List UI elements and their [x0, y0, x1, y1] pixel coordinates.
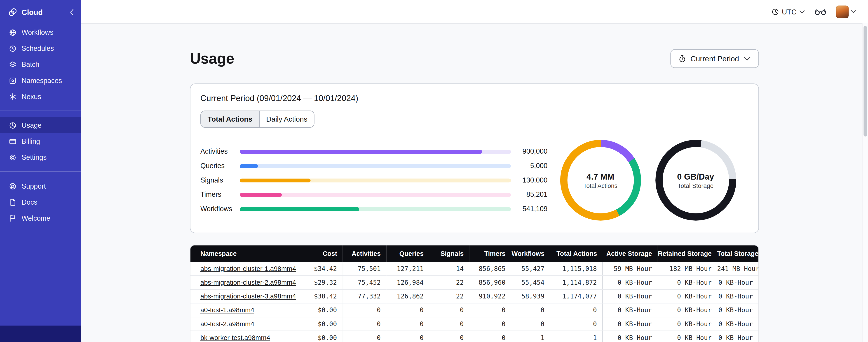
schedules-icon: [9, 44, 17, 52]
tab-daily-actions[interactable]: Daily Actions: [259, 111, 314, 127]
value-cell: 856,960: [469, 275, 511, 289]
sidebar-item-billing[interactable]: Billing: [0, 133, 81, 149]
period-selector-button[interactable]: Current Period: [671, 49, 759, 68]
namespace-link[interactable]: a0-test-2.a98mm4: [200, 320, 254, 328]
value-cell: 0: [429, 317, 469, 331]
value-cell: 0 KB-Hour: [658, 317, 717, 331]
donut-chart: 4.7 MMTotal Actions: [560, 140, 641, 220]
sidebar-nav: WorkflowsSchedulesBatchNamespacesNexusUs…: [0, 24, 81, 226]
namespace-link[interactable]: abs-migration-cluster-1.a98mm4: [200, 265, 296, 273]
value-cell: 126,862: [386, 289, 429, 303]
sidebar-item-namespaces[interactable]: Namespaces: [0, 72, 81, 89]
value-cell: 1: [511, 331, 550, 342]
page-header: Usage Current Period: [190, 49, 759, 68]
bar-fill: [240, 149, 482, 153]
bar-fill: [240, 193, 282, 197]
value-cell: 14: [429, 262, 469, 275]
value-cell: $34.42: [303, 262, 343, 275]
namespace-link[interactable]: a0-test-1.a98mm4: [200, 306, 254, 314]
sidebar-item-label: Nexus: [22, 93, 41, 100]
charts-row: Activities900,000Queries5,000Signals130,…: [200, 140, 748, 220]
page-title: Usage: [190, 50, 234, 67]
namespace-cell: abs-migration-cluster-3.a98mm4: [190, 289, 303, 303]
value-cell: 0 KB-Hour: [717, 289, 758, 303]
bar-label: Workflows: [200, 205, 240, 213]
usage-bar-row: Workflows541,109: [200, 205, 548, 213]
content: Usage Current Period Current Period (09/…: [190, 24, 759, 342]
value-cell: 0: [343, 317, 386, 331]
sidebar-item-welcome[interactable]: Welcome: [0, 210, 81, 226]
usage-bar-row: Timers85,201: [200, 191, 548, 198]
value-cell: $0.00: [303, 317, 343, 331]
table-row: abs-migration-cluster-2.a98mm4$29.3275,4…: [190, 275, 758, 289]
sidebar-item-docs[interactable]: Docs: [0, 194, 81, 210]
collapse-sidebar-icon[interactable]: [70, 9, 74, 15]
namespace-link[interactable]: abs-migration-cluster-2.a98mm4: [200, 279, 296, 286]
col-header-namespace: Namespace: [190, 245, 303, 262]
value-cell: 0: [343, 303, 386, 317]
sidebar-separator: [0, 110, 81, 111]
chevron-down-icon: [799, 10, 805, 13]
bar-track: [240, 193, 511, 197]
vertical-scrollbar[interactable]: [862, 23, 868, 342]
namespaces-icon: [9, 76, 17, 84]
col-header-cost: Cost: [303, 245, 343, 262]
namespace-cell: a0-test-2.a98mm4: [190, 317, 303, 331]
donut-chart: 0 GB/DayTotal Storage: [655, 140, 736, 220]
user-menu[interactable]: [836, 5, 856, 18]
sidebar-item-settings[interactable]: Settings: [0, 149, 81, 165]
value-cell: 0 KB-Hour: [602, 317, 657, 331]
sidebar-item-support[interactable]: Support: [0, 178, 81, 194]
sidebar-item-batch[interactable]: Batch: [0, 57, 81, 72]
usage-card: Current Period (09/01/2024 — 10/01/2024)…: [190, 83, 759, 233]
value-cell: $0.00: [303, 331, 343, 342]
user-avatar[interactable]: [836, 5, 848, 18]
value-cell: 59 MB-Hour: [602, 262, 657, 275]
namespace-cell: abs-migration-cluster-1.a98mm4: [190, 262, 303, 275]
namespace-link[interactable]: abs-migration-cluster-3.a98mm4: [200, 293, 296, 300]
table-row: abs-migration-cluster-3.a98mm4$38.4277,3…: [190, 289, 758, 303]
sidebar-item-label: Namespaces: [22, 76, 62, 84]
scrollbar-thumb[interactable]: [864, 26, 867, 136]
value-cell: 0 KB-Hour: [602, 275, 657, 289]
sidebar-item-usage[interactable]: Usage: [0, 117, 81, 133]
chevron-down-icon: [744, 55, 751, 63]
value-cell: 0 KB-Hour: [602, 303, 657, 317]
sidebar-item-schedules[interactable]: Schedules: [0, 40, 81, 57]
sidebar-item-nexus[interactable]: Nexus: [0, 89, 81, 104]
sidebar-separator: [0, 171, 81, 172]
value-cell: 0: [386, 317, 429, 331]
timer-icon: [679, 55, 686, 63]
table-row: bk-worker-test.a98mm4$0.000000110 KB-Hou…: [190, 331, 758, 342]
main-area: UTC Usage Current Period Current Period …: [81, 0, 868, 342]
sidebar-item-label: Welcome: [22, 214, 51, 222]
value-cell: 75,452: [343, 275, 386, 289]
value-cell: 241 MB-Hour: [717, 262, 758, 275]
sidebar-item-label: Settings: [22, 153, 47, 161]
timezone-selector[interactable]: UTC: [772, 7, 805, 16]
value-cell: 1: [550, 331, 602, 342]
namespace-cell: a0-test-1.a98mm4: [190, 303, 303, 317]
sidebar-item-workflows[interactable]: Workflows: [0, 24, 81, 40]
col-header-queries: Queries: [386, 245, 429, 262]
value-cell: 0 KB-Hour: [717, 275, 758, 289]
bar-track: [240, 164, 511, 168]
value-cell: 0 KB-Hour: [658, 289, 717, 303]
bar-label: Queries: [200, 162, 240, 170]
col-header-signals: Signals: [429, 245, 469, 262]
namespace-link[interactable]: bk-worker-test.a98mm4: [200, 334, 270, 342]
bar-value: 900,000: [511, 147, 548, 155]
sidebar-brand[interactable]: Cloud: [0, 0, 81, 24]
glasses-icon[interactable]: [815, 8, 826, 15]
workflows-icon: [9, 28, 17, 36]
bar-track: [240, 178, 511, 182]
value-cell: 182 MB-Hour: [658, 262, 717, 275]
value-cell: 0: [469, 331, 511, 342]
value-cell: 0 KB-Hour: [717, 317, 758, 331]
usage-bar-row: Activities900,000: [200, 147, 548, 155]
bar-value: 541,109: [511, 205, 548, 213]
tab-total-actions[interactable]: Total Actions: [201, 111, 259, 127]
clock-icon: [772, 8, 779, 15]
value-cell: 58,939: [511, 289, 550, 303]
table-header-row: NamespaceCostActivitiesQueriesSignalsTim…: [190, 245, 758, 262]
